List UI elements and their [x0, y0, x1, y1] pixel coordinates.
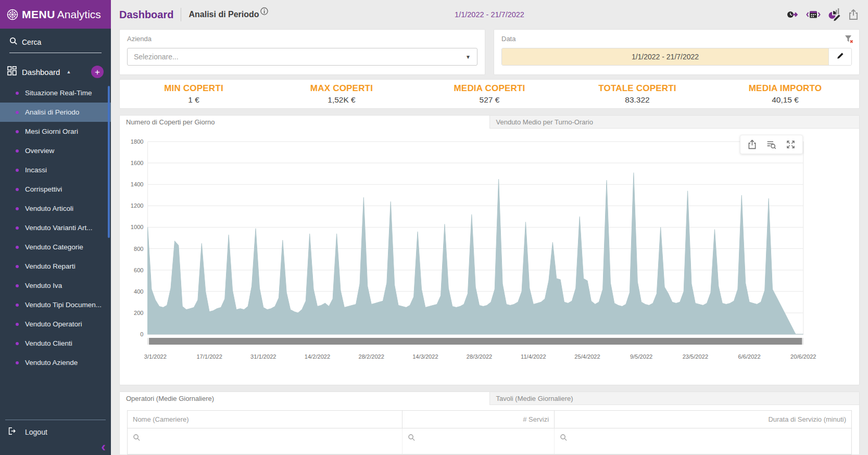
y-axis-label: 600 — [134, 267, 144, 273]
kpi-label: MEDIA IMPORTO — [711, 83, 859, 94]
date-range-chip[interactable]: 1/1/2022 - 21/7/2022 — [502, 48, 828, 65]
table-search-durata[interactable] — [555, 428, 851, 454]
area-series[interactable] — [148, 173, 803, 334]
bullet-icon — [16, 207, 19, 210]
azienda-label: Azienda — [127, 35, 477, 43]
sidebar-item-venduto-operatori[interactable]: Venduto Operatori — [0, 314, 111, 334]
sidebar-scrollbar[interactable] — [108, 86, 110, 238]
x-axis-label: 31/1/2022 — [250, 353, 276, 360]
pencil-icon — [836, 52, 845, 62]
logout-button[interactable]: Logout — [5, 420, 106, 441]
azienda-placeholder: Selezionare... — [134, 53, 179, 61]
area-chart[interactable]: 0200400600800100012001400160018003/1/202… — [120, 133, 859, 377]
y-axis-label: 1600 — [131, 160, 144, 166]
sidebar-item-label: Venduto Reparti — [25, 262, 76, 270]
breadcrumb-separator — [181, 8, 181, 21]
kpi-value: 83.322 — [563, 95, 711, 105]
datazoom-handle-left[interactable] — [148, 338, 149, 345]
bullet-icon — [16, 149, 19, 153]
fullscreen-icon[interactable] — [785, 139, 796, 150]
sidebar-item-corrispettivi[interactable]: Corrispettivi — [0, 180, 111, 199]
x-axis-label: 17/1/2022 — [196, 353, 222, 360]
azienda-select[interactable]: Selezionare... ▼ — [127, 48, 477, 66]
share-icon[interactable] — [847, 8, 860, 21]
tab-numero-coperti-giorno[interactable]: Numero di Coperti per Giorno — [120, 116, 490, 129]
sidebar-group-label: Dashboard — [22, 68, 60, 77]
sidebar-item-label: Venduto Categorie — [25, 243, 83, 251]
chart-area: 0200400600800100012001400160018003/1/202… — [120, 129, 859, 385]
sidebar-item-mesi-giorni-orari[interactable]: Mesi Giorni Orari — [0, 122, 111, 141]
tab-label: Numero di Coperti per Giorno — [126, 118, 215, 126]
sidebar-item-venduto-categorie[interactable]: Venduto Categorie — [0, 237, 111, 257]
filter-clear-icon[interactable] — [844, 34, 854, 46]
chart-datazoom-slider[interactable] — [148, 338, 803, 345]
sidebar-item-analisi-di-periodo[interactable]: Analisi di Periodo — [0, 103, 111, 122]
sidebar-group-dashboard[interactable]: Dashboard ▲ + — [0, 58, 111, 83]
y-axis-label: 1200 — [131, 203, 144, 209]
sidebar-item-label: Venduto Iva — [25, 282, 62, 289]
tab-tavoli[interactable]: Tavoli (Medie Giornaliere) — [490, 392, 860, 405]
table-search-servizi[interactable] — [402, 428, 555, 454]
bullet-icon — [16, 92, 19, 95]
chart-edit-icon[interactable] — [827, 8, 841, 21]
search-icon — [9, 37, 18, 47]
export-icon[interactable] — [747, 139, 758, 150]
chevron-up-icon: ▲ — [66, 69, 71, 74]
calendar-nav-icon[interactable] — [806, 8, 821, 21]
y-axis-label: 800 — [134, 246, 144, 252]
x-axis-label: 20/6/2022 — [790, 353, 816, 360]
kpi-value: 40,15 € — [711, 95, 859, 105]
sidebar-item-situazione-real-time[interactable]: Situazione Real-Time — [0, 83, 111, 103]
page-title: Analisi di Periodo — [188, 10, 259, 19]
sidebar-collapse-button[interactable]: ‹ — [101, 441, 106, 452]
datazoom-handle-right[interactable] — [802, 338, 803, 345]
brand-name-analytics: Analytics — [57, 8, 101, 21]
sidebar: MENU Analytics Dashboard ▲ + Situazione … — [0, 0, 111, 455]
column-header-servizi[interactable]: # Servizi — [402, 411, 555, 428]
chart-panel: Numero di Coperti per Giorno Venduto Med… — [119, 115, 860, 385]
tab-venduto-medio-turno[interactable]: Venduto Medio per Turno-Orario — [490, 116, 860, 129]
sidebar-item-venduto-articoli[interactable]: Venduto Articoli — [0, 199, 111, 218]
realtime-clock-icon[interactable] — [786, 8, 800, 21]
info-icon[interactable] — [260, 7, 268, 15]
data-view-icon[interactable] — [766, 139, 777, 150]
kpi-label: MAX COPERTI — [268, 83, 416, 94]
main-content: Dashboard Analisi di Periodo 1/1/2022 - … — [111, 0, 868, 455]
x-axis-label: 14/2/2022 — [305, 353, 330, 360]
logout-icon — [7, 426, 17, 437]
add-dashboard-button[interactable]: + — [91, 66, 104, 78]
column-header-nome[interactable]: Nome (Cameriere) — [128, 411, 402, 428]
kpi-media-coperti: MEDIA COPERTI527 € — [416, 83, 563, 105]
y-axis-label: 0 — [140, 331, 143, 337]
breadcrumb-dashboard[interactable]: Dashboard — [119, 9, 173, 21]
x-axis-label: 23/5/2022 — [683, 353, 708, 360]
bullet-icon — [16, 226, 19, 230]
search-input[interactable] — [22, 38, 84, 46]
y-axis-label: 1400 — [131, 181, 144, 187]
bullet-icon — [16, 169, 19, 172]
kpi-min-coperti: MIN COPERTI1 € — [120, 83, 268, 105]
sidebar-item-venduto-iva[interactable]: Venduto Iva — [0, 276, 111, 295]
bullet-icon — [16, 265, 19, 268]
y-axis-label: 400 — [134, 288, 144, 295]
sidebar-item-label: Venduto Varianti Art... — [25, 224, 93, 232]
date-edit-button[interactable] — [828, 48, 851, 65]
app-window: MENU Analytics Dashboard ▲ + Situazione … — [0, 0, 868, 455]
bullet-icon — [16, 246, 19, 249]
sidebar-item-incassi[interactable]: Incassi — [0, 160, 111, 180]
tab-operatori[interactable]: Operatori (Medie Giornaliere) — [120, 392, 490, 405]
bottom-panel: Operatori (Medie Giornaliere) Tavoli (Me… — [119, 391, 860, 455]
sidebar-item-label: Venduto Clienti — [25, 339, 72, 347]
column-header-durata[interactable]: Durata di Servizio (minuti) — [555, 411, 851, 428]
sidebar-item-venduto-clienti[interactable]: Venduto Clienti — [0, 334, 111, 353]
bullet-icon — [16, 188, 19, 191]
bullet-icon — [16, 284, 19, 287]
sidebar-item-venduto-varianti[interactable]: Venduto Varianti Art... — [0, 218, 111, 237]
x-axis-label: 11/4/2022 — [521, 353, 546, 360]
sidebar-item-venduto-aziende[interactable]: Venduto Aziende — [0, 353, 111, 372]
sidebar-item-venduto-tipi-documenti[interactable]: Venduto Tipi Documen... — [0, 295, 111, 314]
bullet-icon — [16, 323, 19, 326]
sidebar-item-overview[interactable]: Overview — [0, 141, 111, 160]
table-search-nome[interactable] — [128, 428, 402, 454]
sidebar-item-venduto-reparti[interactable]: Venduto Reparti — [0, 257, 111, 276]
